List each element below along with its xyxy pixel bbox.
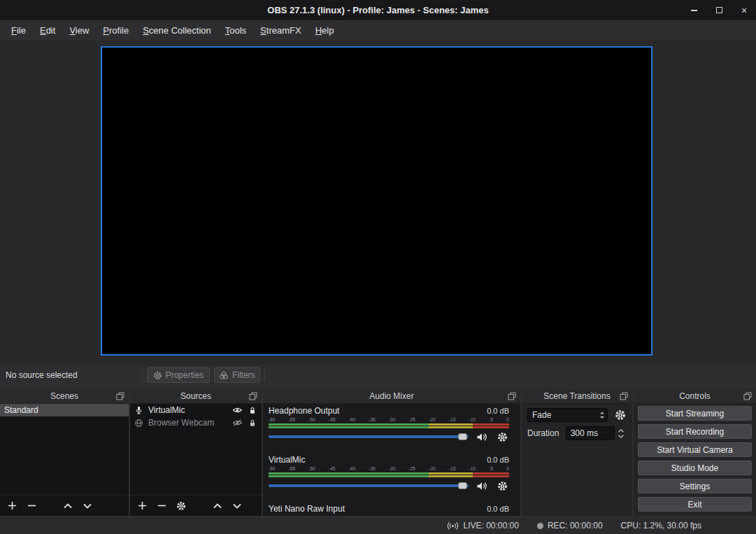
statusbar: LIVE: 00:00:00 REC: 00:00:00 CPU: 1.2%, … [0,517,756,534]
menu-help[interactable]: Help [308,22,341,38]
scene-label: Standard [4,405,124,415]
popout-icon[interactable] [249,392,257,400]
source-move-up-button[interactable] [211,500,224,512]
no-source-label: No source selected [6,365,78,385]
sources-header: Sources [130,388,262,404]
scene-item-standard[interactable]: Standard [0,404,129,416]
audio-mixer-body: Headphone Output 0.0 dB -60-55-50-45-40-… [263,404,520,516]
start-virtual-camera-button[interactable]: Start Virtual Camera [638,442,752,457]
properties-label: Properties [166,370,204,380]
record-dot-icon [537,523,543,529]
window-controls: × [689,0,749,20]
transition-gear-icon[interactable] [615,409,627,421]
audio-mixer-title: Audio Mixer [369,391,413,401]
live-status: LIVE: 00:00:00 [447,521,518,531]
menu-file[interactable]: File [4,22,33,38]
filter-icon [219,371,229,380]
gear-icon[interactable] [495,431,509,442]
duration-spinbox[interactable]: 300 ms [566,426,615,440]
db-tick-label: 0 [506,466,509,472]
scene-transitions-panel: Scene Transitions Fade Duration [522,388,632,516]
slider-handle[interactable] [458,433,467,440]
db-tick-label: -20 [429,515,435,516]
menu-view[interactable]: View [62,22,96,38]
globe-icon [134,418,144,428]
menu-tools[interactable]: Tools [218,22,253,38]
audio-mixer-header: Audio Mixer [263,388,520,404]
transition-row: Fade [527,408,627,422]
db-scale: -60-55-50-45-40-35-30-25-20-15-10-50 [269,515,509,516]
scenes-list: Standard [0,404,129,495]
studio-mode-button[interactable]: Studio Mode [638,461,752,475]
minimize-icon [691,10,697,11]
scene-move-down-button[interactable] [81,500,94,512]
db-tick-label: -50 [308,417,315,423]
exit-button[interactable]: Exit [638,497,752,512]
source-item-virtualmic[interactable]: VirtualMic [130,404,262,416]
menu-profile[interactable]: Profile [96,22,136,38]
mixer-headphone-output: Headphone Output 0.0 dB -60-55-50-45-40-… [269,404,509,442]
popout-icon[interactable] [508,392,516,400]
lock-icon[interactable] [247,418,257,428]
mixer-yeti-nano: Yeti Nano Raw Input 0.0 dB -60-55-50-45-… [269,502,509,516]
scenes-panel: Scenes Standard [0,388,129,516]
scenes-body: Standard [0,404,129,516]
start-recording-button[interactable]: Start Recording [638,424,752,439]
start-streaming-button[interactable]: Start Streaming [638,406,752,421]
menu-edit[interactable]: Edit [33,22,62,38]
remove-source-button[interactable] [155,500,168,512]
spinner-arrows-icon[interactable] [599,411,605,420]
duration-value: 300 ms [571,428,598,438]
maximize-button[interactable] [714,6,724,15]
settings-button[interactable]: Settings [638,479,752,493]
properties-button[interactable]: Properties [147,367,210,383]
audio-mixer-panel: Audio Mixer Headphone Output 0.0 dB -60-… [263,388,520,516]
speaker-icon[interactable] [475,480,489,491]
db-tick-label: -50 [308,515,315,516]
add-scene-button[interactable] [6,500,18,512]
db-tick-label: -30 [389,466,395,472]
source-properties-gear-icon[interactable] [175,500,187,512]
speaker-icon[interactable] [475,431,489,442]
remove-scene-button[interactable] [25,500,38,512]
slider-handle[interactable] [458,482,467,489]
source-item-browser-webcam[interactable]: Browser Webcam [130,416,262,429]
minimize-button[interactable] [689,6,699,15]
titlebar: OBS 27.1.3 (linux) - Profile: James - Sc… [0,0,756,20]
db-tick-label: -40 [349,515,355,516]
mixer-head: VirtualMic 0.0 dB [269,455,509,465]
menu-scene-collection[interactable]: Scene Collection [136,22,218,38]
gear-icon[interactable] [495,480,509,491]
popout-icon[interactable] [620,392,628,400]
db-tick-label: -5 [489,515,493,516]
source-toolbar: No source selected Properties Filters [0,365,756,385]
lock-icon[interactable] [247,405,257,415]
filters-button[interactable]: Filters [214,367,260,383]
close-button[interactable]: × [739,6,749,15]
source-label: Browser Webcam [148,418,228,428]
add-source-button[interactable] [136,500,148,512]
rec-time: REC: 00:00:00 [548,521,603,531]
db-tick-label: -15 [449,515,455,516]
toolbar-separator [264,369,265,381]
eye-icon[interactable] [232,405,243,415]
duration-spin-arrows[interactable] [616,426,627,440]
volume-meter [269,423,509,428]
popout-icon[interactable] [116,392,124,400]
source-move-down-button[interactable] [231,500,243,512]
preview-canvas[interactable] [101,46,652,356]
scene-move-up-button[interactable] [62,500,74,512]
duration-label: Duration [527,428,566,438]
volume-slider[interactable] [269,431,469,442]
db-tick-label: -20 [429,417,435,423]
db-tick-label: -25 [409,466,415,472]
slider-track [269,484,469,487]
popout-icon[interactable] [743,392,752,400]
transition-select[interactable]: Fade [527,408,608,422]
volume-slider[interactable] [269,480,469,491]
db-tick-label: -45 [329,417,335,423]
eye-slash-icon[interactable] [232,418,243,428]
menu-streamfx[interactable]: StreamFX [253,22,308,38]
scenes-toolbar [0,495,129,516]
db-tick-label: -5 [489,466,493,472]
